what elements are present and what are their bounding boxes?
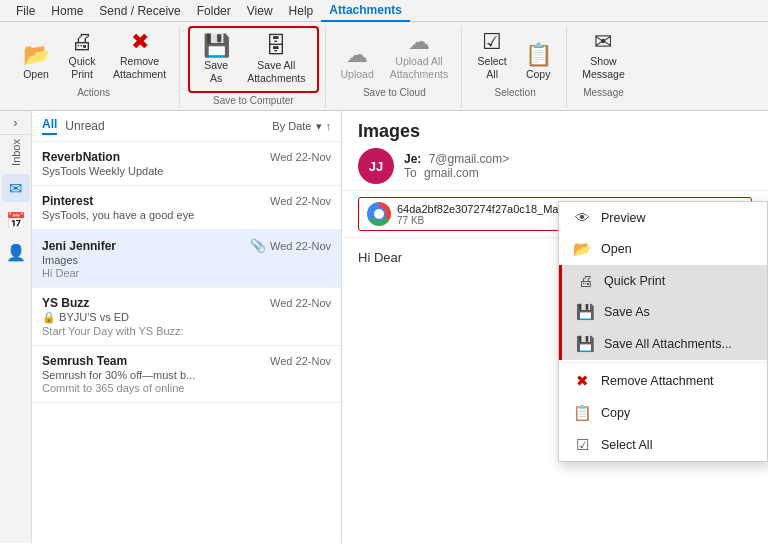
email-subject: Semrush for 30% off—must b... — [42, 369, 331, 381]
ctx-item-quick-print[interactable]: 🖨 Quick Print — [559, 265, 767, 296]
email-list-header: All Unread By Date ▾ ↑ — [32, 111, 341, 142]
select-all-button[interactable]: ☑ SelectAll — [470, 26, 514, 85]
ctx-item-open[interactable]: 📂 Open — [559, 233, 767, 265]
save-all-attachments-button[interactable]: 🗄 Save AllAttachments — [240, 30, 312, 89]
ctx-item-copy[interactable]: 📋 Copy — [559, 397, 767, 429]
cloud-buttons: ☁ Upload ☁ Upload AllAttachments — [334, 26, 456, 85]
remove-attachment-button[interactable]: ✖ RemoveAttachment — [106, 26, 173, 85]
save-as-label: Save As — [604, 305, 650, 319]
email-sender: Semrush Team — [42, 354, 127, 368]
copy-button[interactable]: 📋 Copy — [516, 39, 560, 86]
quick-print-label: Quick Print — [604, 274, 665, 288]
ctx-item-preview[interactable]: 👁 Preview — [559, 202, 767, 233]
menu-item-send-/-receive[interactable]: Send / Receive — [91, 1, 188, 21]
email-subject: SysTools, you have a good eye — [42, 209, 331, 221]
quick-print-button[interactable]: 🖨 QuickPrint — [60, 26, 104, 85]
email-title: Images — [358, 121, 752, 142]
email-list-scroll[interactable]: ReverbNation Wed 22-Nov SysTools Weekly … — [32, 142, 341, 543]
menu-item-help[interactable]: Help — [281, 1, 322, 21]
email-preview: Hi Dear — [42, 267, 331, 279]
sender-name: Je: 7@gmail.com> — [404, 152, 509, 166]
sidebar-expand-button[interactable]: › — [0, 111, 31, 135]
upload-label: Upload — [341, 68, 374, 81]
reading-from: JJ Je: 7@gmail.com> To gmail.com — [358, 148, 752, 184]
ctx-item-save-as[interactable]: 💾 Save As — [559, 296, 767, 328]
menu-item-file[interactable]: File — [8, 1, 43, 21]
copy-label: Copy — [526, 68, 551, 81]
avatar: JJ — [358, 148, 394, 184]
ctx-item-save-all-attachments[interactable]: 💾 Save All Attachments... — [559, 328, 767, 360]
tab-unread[interactable]: Unread — [65, 119, 104, 133]
upload-all-button[interactable]: ☁ Upload AllAttachments — [383, 26, 455, 85]
ctx-item-select-all[interactable]: ☑ Select All — [559, 429, 767, 461]
preview-icon: 👁 — [573, 209, 591, 226]
copy-label: Copy — [601, 406, 630, 420]
ribbon: 📂 Open 🖨 QuickPrint ✖ RemoveAttachment A… — [0, 22, 768, 111]
inbox-label: Inbox — [10, 135, 22, 170]
show-message-button[interactable]: ✉ ShowMessage — [575, 26, 632, 85]
email-date: Wed 22-Nov — [270, 297, 331, 309]
ribbon-group-message: ✉ ShowMessage Message — [569, 26, 638, 108]
nav-people-button[interactable]: 👤 — [2, 238, 30, 266]
menu-item-view[interactable]: View — [239, 1, 281, 21]
upload-icon: ☁ — [346, 44, 368, 66]
main-content: › Inbox ✉ 📅 👤 All Unread By Date ▾ ↑ Rev… — [0, 111, 768, 543]
ribbon-group-actions: 📂 Open 🖨 QuickPrint ✖ RemoveAttachment A… — [8, 26, 180, 108]
remove-label: RemoveAttachment — [113, 55, 166, 80]
upload-all-label: Upload AllAttachments — [390, 55, 448, 80]
email-item-jeni[interactable]: Jeni Jennifer 📎 Wed 22-Nov Images Hi Dea… — [32, 230, 341, 288]
message-buttons: ✉ ShowMessage — [575, 26, 632, 85]
chrome-icon — [367, 202, 391, 226]
open-icon: 📂 — [23, 44, 50, 66]
sort-label: By Date — [272, 120, 311, 132]
preview-label: Preview — [601, 211, 645, 225]
email-item-reverbnation[interactable]: ReverbNation Wed 22-Nov SysTools Weekly … — [32, 142, 341, 186]
sidebar-nav-icons: ✉ 📅 👤 — [2, 170, 30, 270]
save-as-icon: 💾 — [203, 35, 230, 57]
email-item-semrush[interactable]: Semrush Team Wed 22-Nov Semrush for 30% … — [32, 346, 341, 403]
menu-item-attachments[interactable]: Attachments — [321, 0, 410, 22]
select-all-label: SelectAll — [478, 55, 507, 80]
print-icon: 🖨 — [71, 31, 93, 53]
save-as-button[interactable]: 💾 SaveAs — [194, 30, 238, 89]
attachment-indicator: 📎 — [250, 238, 266, 253]
ribbon-groups: 📂 Open 🖨 QuickPrint ✖ RemoveAttachment A… — [8, 26, 760, 108]
sort-direction: ↑ — [326, 120, 332, 132]
reading-header: Images JJ Je: 7@gmail.com> To gmail.com — [342, 111, 768, 191]
ctx-item-remove-attachment[interactable]: ✖ Remove Attachment — [559, 365, 767, 397]
email-date: Wed 22-Nov — [270, 355, 331, 367]
menu-bar: // render menu items FileHomeSend / Rece… — [0, 0, 768, 22]
email-preview: Commit to 365 days of online — [42, 382, 331, 394]
quick-print-icon: 🖨 — [576, 272, 594, 289]
save-group-label: Save to Computer — [213, 95, 294, 106]
message-icon: ✉ — [594, 31, 612, 53]
upload-all-icon: ☁ — [408, 31, 430, 53]
email-list-pane: All Unread By Date ▾ ↑ ReverbNation Wed … — [32, 111, 342, 543]
email-preview: Start Your Day with YS Buzz: — [42, 325, 331, 337]
email-item-ysbuzz[interactable]: YS Buzz Wed 22-Nov 🔒 BYJU'S vs ED Start … — [32, 288, 341, 346]
selection-buttons: ☑ SelectAll 📋 Copy — [470, 26, 560, 85]
tab-all[interactable]: All — [42, 117, 57, 135]
nav-mail-button[interactable]: ✉ — [2, 174, 30, 202]
save-all-attachments-icon: 💾 — [576, 335, 594, 353]
menu-item-folder[interactable]: Folder — [189, 1, 239, 21]
copy-icon: 📋 — [573, 404, 591, 422]
sort-chevron: ▾ — [316, 120, 322, 133]
email-subject: SysTools Weekly Update — [42, 165, 331, 177]
open-button[interactable]: 📂 Open — [14, 39, 58, 86]
to-field: To gmail.com — [404, 166, 509, 180]
email-sender: Jeni Jennifer — [42, 239, 116, 253]
email-date: Wed 22-Nov — [270, 151, 331, 163]
remove-attachment-label: Remove Attachment — [601, 374, 714, 388]
email-date: Wed 22-Nov — [270, 240, 331, 252]
save-as-label: SaveAs — [204, 59, 228, 84]
sort-selector[interactable]: By Date ▾ ↑ — [272, 120, 331, 133]
ribbon-group-save: 💾 SaveAs 🗄 Save AllAttachments Save to C… — [182, 26, 325, 108]
ribbon-group-cloud: ☁ Upload ☁ Upload AllAttachments Save to… — [328, 26, 463, 108]
email-subject: Images — [42, 254, 331, 266]
nav-calendar-button[interactable]: 📅 — [2, 206, 30, 234]
email-item-pinterest[interactable]: Pinterest Wed 22-Nov SysTools, you have … — [32, 186, 341, 230]
show-message-label: ShowMessage — [582, 55, 625, 80]
upload-button[interactable]: ☁ Upload — [334, 39, 381, 86]
menu-item-home[interactable]: Home — [43, 1, 91, 21]
